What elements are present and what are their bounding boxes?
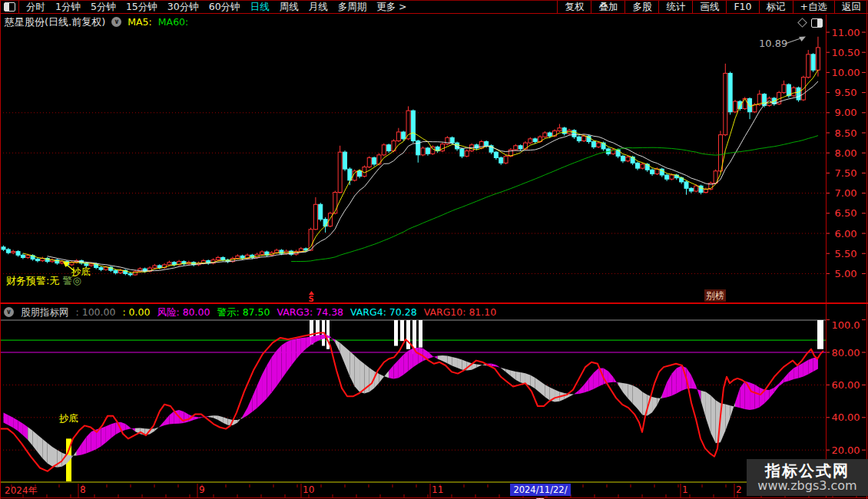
layout-icon — [4, 2, 15, 12]
diamond-marker-icon — [799, 19, 806, 26]
toolbar-button-叠加[interactable]: 叠加 — [591, 1, 624, 13]
toolbar-button-F10[interactable]: F10 — [726, 1, 758, 13]
buy-dip-label-main: 抄底 — [71, 266, 91, 279]
svg-text:6.50: 6.50 — [835, 207, 857, 219]
toolbar-buttons: 复权叠加多股统计画线F10标记+自选返回 — [557, 1, 868, 13]
svg-text:80.00: 80.00 — [831, 347, 860, 359]
svg-text:60.00: 60.00 — [831, 379, 860, 391]
month-label-10: 10 — [303, 484, 314, 495]
ma60-label: MA60: — [158, 16, 188, 28]
maximize-panel-button[interactable] — [811, 18, 823, 28]
period-tab-60分钟[interactable]: 60分钟 — [209, 1, 240, 13]
price-axis-divider — [826, 15, 827, 497]
svg-text:100.0: 100.0 — [831, 319, 860, 331]
toolbar-button-画线[interactable]: 画线 — [692, 1, 726, 13]
svg-text:11.00: 11.00 — [831, 27, 860, 38]
svg-text:20.00: 20.00 — [831, 444, 860, 456]
trading-app-window: 5.005.506.006.507.007.508.008.509.009.50… — [0, 0, 868, 499]
toolbar-button-复权[interactable]: 复权 — [557, 1, 591, 13]
panel-separator — [0, 302, 868, 304]
ma5-label: MA5: — [128, 16, 152, 28]
period-tab-更多 >[interactable]: 更多 > — [376, 1, 406, 13]
highlighted-date: 2024/11/22/五 — [510, 484, 571, 496]
period-tab-15分钟[interactable]: 15分钟 — [126, 1, 157, 13]
frame-right — [866, 0, 867, 499]
svg-text:5.50: 5.50 — [835, 248, 857, 259]
title-bar: 慈星股份(日线.前复权) ∨ MA5: MA60: — [5, 15, 188, 28]
period-tab-月线[interactable]: 月线 — [309, 1, 328, 13]
buy-dip-label-indicator: 抄底 — [59, 412, 78, 425]
month-label-11: 11 — [432, 484, 443, 495]
svg-text:6.00: 6.00 — [835, 228, 857, 240]
toolbar-button-返回[interactable]: 返回 — [834, 1, 868, 13]
toolbar-button-统计[interactable]: 统计 — [658, 1, 692, 13]
period-tab-分时[interactable]: 分时 — [26, 1, 45, 13]
frame-bottom — [0, 497, 868, 498]
svg-text:7.00: 7.00 — [835, 187, 857, 199]
stock-title: 慈星股份(日线.前复权) — [5, 15, 105, 29]
finance-warning-text: 财务预警:无 — [6, 275, 59, 286]
svg-text:9.50: 9.50 — [835, 87, 857, 98]
svg-text:40.00: 40.00 — [831, 411, 860, 423]
chevron-down-icon[interactable]: ∨ — [111, 17, 121, 27]
period-tab-5分钟[interactable]: 5分钟 — [91, 1, 116, 13]
indicator-value-0: 股朋指标网 — [21, 306, 69, 318]
toolbar-button-+自选[interactable]: +自选 — [793, 1, 834, 13]
watermark: 指标公式网 www.zbgs3.com — [747, 459, 868, 496]
biebang-badge: 别榜 — [704, 289, 726, 302]
top-toolbar: 分时1分钟5分钟15分钟30分钟60分钟日线周线月线多周期更多 > 复权叠加多股… — [0, 0, 868, 14]
svg-text:10.50: 10.50 — [831, 47, 860, 58]
svg-text:8.50: 8.50 — [835, 127, 857, 139]
svg-text:5.00: 5.00 — [835, 268, 857, 279]
panel-icon — [811, 18, 823, 28]
period-menu: 分时1分钟5分钟15分钟30分钟60分钟日线周线月线多周期更多 > — [19, 1, 407, 13]
high-price-callout: 10.89 — [759, 38, 787, 49]
svg-text:7.50: 7.50 — [835, 167, 857, 179]
toolbar-button-多股[interactable]: 多股 — [624, 1, 658, 13]
toolbar-button-标记[interactable]: 标记 — [759, 1, 793, 13]
svg-text:10.00: 10.00 — [831, 67, 860, 78]
month-label-9: 9 — [199, 484, 205, 495]
period-tab-日线[interactable]: 日线 — [250, 1, 270, 13]
svg-text:8.00: 8.00 — [835, 147, 857, 159]
axis-year-label: 2024年 — [5, 484, 38, 497]
period-tab-1分钟[interactable]: 1分钟 — [55, 1, 81, 13]
window-layout-button[interactable] — [0, 1, 19, 13]
finance-warning-label: 财务预警:无 警◎ — [6, 274, 81, 288]
chart-canvas: 5.005.506.006.507.007.508.008.509.009.50… — [0, 0, 868, 499]
indicator-value-3: 风险: 80.00 — [157, 306, 210, 318]
month-label-1: 1 — [682, 484, 688, 495]
indicator-value-5: VARG3: 74.38 — [277, 306, 343, 318]
watermark-url: www.zbgs3.com — [757, 479, 856, 493]
watermark-title: 指标公式网 — [765, 462, 850, 479]
svg-text:9.00: 9.00 — [835, 107, 857, 118]
chevron-down-icon[interactable]: ∨ — [4, 307, 14, 317]
month-label-8: 8 — [80, 484, 86, 495]
indicator-value-6: VARG4: 70.28 — [350, 306, 417, 318]
time-axis[interactable]: 2024年 2024/11/22/五 89101112 — [0, 484, 868, 497]
indicator-value-2: : 0.00 — [122, 306, 150, 318]
indicator-value-1: : 100.00 — [76, 306, 116, 318]
indicator-value-7: VARG10: 81.10 — [424, 306, 497, 318]
period-tab-周线[interactable]: 周线 — [280, 1, 299, 13]
indicator-header: ∨ 股朋指标网: 100.00: 0.00风险: 80.00警示: 87.50V… — [4, 306, 496, 318]
frame-left — [0, 0, 1, 499]
indicator-value-4: 警示: 87.50 — [217, 306, 270, 318]
period-tab-30分钟[interactable]: 30分钟 — [167, 1, 199, 13]
period-tab-多周期[interactable]: 多周期 — [338, 1, 367, 13]
month-label-2: 2 — [736, 484, 742, 495]
